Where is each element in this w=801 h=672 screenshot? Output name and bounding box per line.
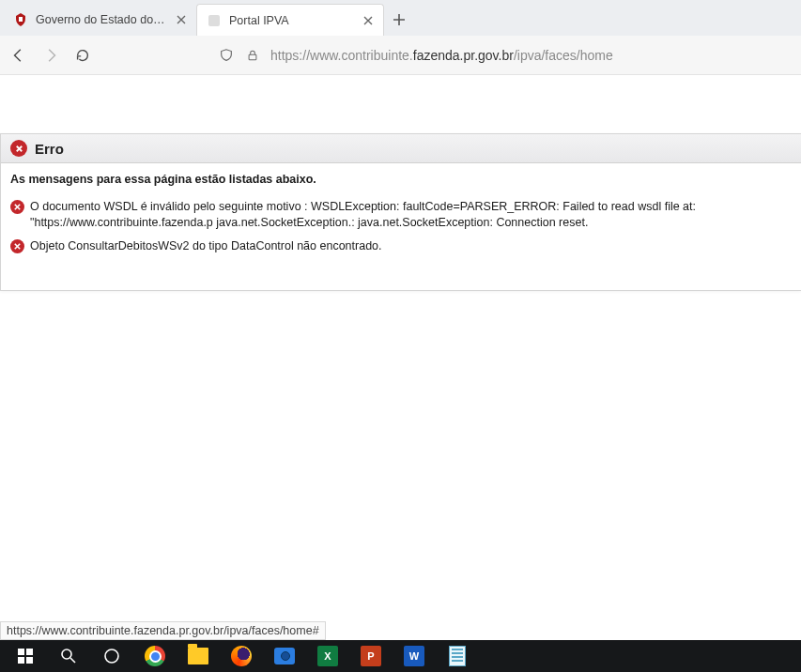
svg-rect-1 bbox=[208, 15, 220, 26]
url-domain: fazenda.pr.gov.br bbox=[413, 48, 514, 63]
tab-title: Portal IPVA bbox=[229, 14, 353, 27]
url-text: https://www.contribuinte.fazenda.pr.gov.… bbox=[270, 48, 613, 63]
tab-title: Governo do Estado do Paraná bbox=[36, 13, 166, 26]
svg-rect-6 bbox=[26, 657, 33, 664]
svg-rect-4 bbox=[26, 649, 33, 655]
error-icon bbox=[10, 200, 24, 214]
error-message-text: Objeto ConsultarDebitosWSv2 do tipo Data… bbox=[30, 238, 792, 254]
status-bar: https://www.contribuinte.fazenda.pr.gov.… bbox=[0, 621, 326, 640]
error-subtitle: As mensagens para essa página estão list… bbox=[10, 173, 792, 186]
powerpoint-icon[interactable]: P bbox=[349, 640, 393, 672]
svg-rect-5 bbox=[18, 657, 24, 664]
error-title: Erro bbox=[35, 141, 64, 157]
svg-rect-2 bbox=[249, 54, 256, 59]
svg-rect-0 bbox=[19, 17, 23, 22]
address-bar[interactable]: https://www.contribuinte.fazenda.pr.gov.… bbox=[105, 47, 792, 64]
new-tab-button[interactable] bbox=[384, 4, 414, 36]
svg-rect-3 bbox=[18, 649, 24, 655]
page-content: Erro As mensagens para essa página estão… bbox=[0, 133, 801, 291]
shield-icon[interactable] bbox=[218, 47, 235, 64]
svg-point-7 bbox=[62, 649, 71, 659]
url-prefix: https://www.contribuinte. bbox=[270, 48, 413, 63]
firefox-icon[interactable] bbox=[220, 640, 263, 672]
favicon-icon bbox=[207, 13, 222, 28]
chrome-icon[interactable] bbox=[133, 640, 177, 672]
search-button[interactable] bbox=[47, 640, 90, 672]
error-message: O documento WSDL é inválido pelo seguint… bbox=[10, 199, 792, 231]
error-icon bbox=[10, 140, 27, 157]
camera-icon[interactable] bbox=[263, 640, 306, 672]
start-button[interactable] bbox=[4, 640, 47, 672]
lock-icon[interactable] bbox=[244, 47, 261, 64]
favicon-icon bbox=[13, 12, 28, 27]
reload-button[interactable] bbox=[73, 46, 92, 65]
browser-tab-portal-ipva[interactable]: Portal IPVA bbox=[196, 4, 384, 36]
tab-strip: Governo do Estado do Paraná Portal IPVA bbox=[0, 0, 801, 36]
nav-buttons bbox=[9, 46, 92, 65]
url-suffix: /ipva/faces/home bbox=[514, 48, 613, 63]
error-panel: Erro As mensagens para essa página estão… bbox=[0, 133, 801, 291]
notepad-icon[interactable] bbox=[436, 640, 479, 672]
excel-icon[interactable]: X bbox=[306, 640, 349, 672]
svg-point-8 bbox=[105, 649, 118, 663]
error-icon bbox=[10, 239, 24, 253]
file-explorer-icon[interactable] bbox=[177, 640, 220, 672]
windows-taskbar: X P W bbox=[0, 640, 801, 672]
error-message: Objeto ConsultarDebitosWSv2 do tipo Data… bbox=[10, 238, 792, 254]
browser-toolbar: https://www.contribuinte.fazenda.pr.gov.… bbox=[0, 36, 801, 75]
back-button[interactable] bbox=[9, 46, 28, 65]
close-icon[interactable] bbox=[174, 12, 189, 27]
forward-button[interactable] bbox=[41, 46, 60, 65]
task-view-button[interactable] bbox=[90, 640, 133, 672]
error-message-text: O documento WSDL é inválido pelo seguint… bbox=[30, 199, 792, 231]
browser-tab-governo[interactable]: Governo do Estado do Paraná bbox=[4, 4, 196, 36]
close-icon[interactable] bbox=[361, 13, 376, 28]
word-icon[interactable]: W bbox=[393, 640, 436, 672]
error-header: Erro bbox=[1, 134, 801, 163]
error-body: As mensagens para essa página estão list… bbox=[1, 163, 801, 290]
